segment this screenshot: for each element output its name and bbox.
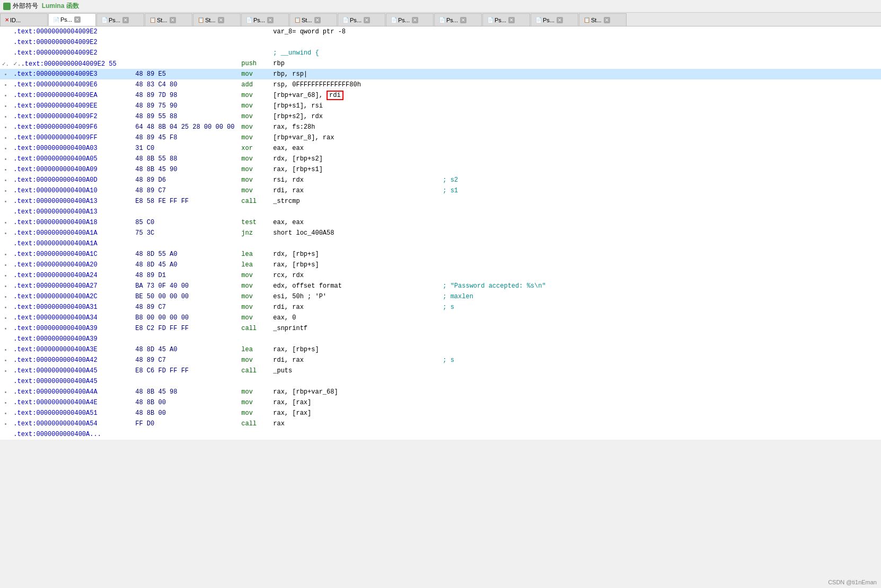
- row-operands: [271, 334, 440, 344]
- tab-ps5-close[interactable]: ✕: [412, 17, 418, 23]
- row-bullet: •: [0, 249, 11, 260]
- row-operands: rbp: [271, 58, 440, 69]
- row-addr: .text:0000000000400A1C: [11, 249, 133, 260]
- tab-ps8-icon: 📄: [535, 17, 542, 23]
- tab-ps6-close[interactable]: ✕: [460, 17, 466, 23]
- row-bullet: ✓.: [0, 58, 11, 69]
- row-operands: ; __unwind {: [271, 48, 440, 58]
- tab-ps7-close[interactable]: ✕: [508, 17, 515, 23]
- row-addr: .text:0000000000400A2C: [11, 291, 133, 302]
- row-comment: [440, 376, 881, 387]
- row-bullet: •: [0, 217, 11, 228]
- row-bytes: 48 89 45 F8: [133, 132, 239, 143]
- row-operands: rax, [rbp+s1]: [271, 164, 440, 175]
- row-bytes: [133, 429, 239, 440]
- tab-ps4[interactable]: 📄 Ps... ✕: [338, 13, 385, 26]
- row-bytes: B8 00 00 00 00: [133, 313, 239, 323]
- row-bullet: •: [0, 79, 11, 90]
- row-operands: eax, eax: [271, 217, 440, 228]
- tab-ps2-label: Ps...: [109, 17, 120, 23]
- row-addr: .text:0000000000400A20: [11, 260, 133, 270]
- row-addr: .text:0000000000400A45: [11, 366, 133, 376]
- row-operands: rax, fs:28h: [271, 122, 440, 132]
- row-operands: rdi, rax: [271, 185, 440, 196]
- row-addr: ✓..text:00000000004009E2 55: [11, 58, 133, 69]
- tab-ps8-close[interactable]: ✕: [557, 17, 563, 23]
- row-bytes: 48 8B 00: [133, 408, 239, 418]
- tab-bar: ✕ ID... 📄 Ps... ✕ 📄 Ps... ✕ 📋 St... ✕ 📋 …: [0, 13, 881, 26]
- tab-st3[interactable]: 📋 St... ✕: [289, 13, 337, 26]
- row-operands: [271, 238, 440, 249]
- row-mnem: [239, 37, 271, 48]
- row-bytes: 48 8D 45 A0: [133, 344, 239, 355]
- row-bullet: •: [0, 397, 11, 408]
- row-mnem: mov: [239, 291, 271, 302]
- tab-st1-label: St...: [157, 17, 168, 23]
- tab-ps5[interactable]: 📄 Ps... ✕: [386, 13, 434, 26]
- tab-st4-close[interactable]: ✕: [604, 17, 610, 23]
- tab-st3-close[interactable]: ✕: [314, 17, 321, 23]
- row-addr: .text:0000000000400A13: [11, 196, 133, 207]
- tab-st1[interactable]: 📋 St... ✕: [145, 13, 192, 26]
- row-comment: [440, 164, 881, 175]
- row-addr: .text:0000000000400A51: [11, 408, 133, 418]
- row-bytes: 75 3C: [133, 228, 239, 238]
- row-addr: .text:00000000004009F6: [11, 122, 133, 132]
- title-bar: 外部符号 Lumina 函数: [0, 0, 881, 13]
- tab-id-close-icon[interactable]: ✕: [5, 17, 9, 23]
- row-comment: [440, 217, 881, 228]
- row-comment: [440, 323, 881, 334]
- row-bullet: [0, 334, 11, 344]
- row-mnem: mov: [239, 175, 271, 185]
- row-bullet: •: [0, 196, 11, 207]
- row-bullet: [0, 207, 11, 217]
- tab-ps7[interactable]: 📄 Ps... ✕: [482, 13, 530, 26]
- tab-st2-close[interactable]: ✕: [218, 17, 224, 23]
- tab-st4-label: St...: [591, 17, 602, 23]
- row-addr: .text:0000000000400A1A: [11, 228, 133, 238]
- row-bullet: •: [0, 323, 11, 334]
- tab-st4[interactable]: 📋 St... ✕: [579, 13, 627, 26]
- row-bytes: 31 C0: [133, 143, 239, 154]
- row-operands: esi, 50h ; 'P': [271, 291, 440, 302]
- row-bytes: BE 50 00 00 00: [133, 291, 239, 302]
- row-comment: [440, 270, 881, 281]
- row-bullet: •: [0, 260, 11, 270]
- row-comment: [440, 249, 881, 260]
- tab-ps3[interactable]: 📄 Ps... ✕: [241, 13, 289, 26]
- row-operands: rax, [rax]: [271, 397, 440, 408]
- tab-id[interactable]: ✕ ID...: [0, 13, 48, 26]
- row-bytes: 48 8D 45 A0: [133, 260, 239, 270]
- disasm-view[interactable]: .text:00000000004009E2var_8= qword ptr -…: [0, 26, 881, 440]
- row-bytes: E8 C6 FD FF FF: [133, 366, 239, 376]
- tab-ps6-icon: 📄: [439, 17, 445, 23]
- tab-ps4-icon: 📄: [342, 17, 349, 23]
- row-mnem: mov: [239, 281, 271, 291]
- tab-ps1[interactable]: 📄 Ps... ✕: [48, 13, 96, 26]
- row-mnem: test: [239, 217, 271, 228]
- row-addr: .text:0000000000400A3E: [11, 344, 133, 355]
- tab-ps2[interactable]: 📄 Ps... ✕: [96, 13, 144, 26]
- row-mnem: call: [239, 323, 271, 334]
- row-mnem: xor: [239, 143, 271, 154]
- row-operands: _snprintf: [271, 323, 440, 334]
- row-addr: .text:00000000004009F2: [11, 111, 133, 122]
- row-comment: [440, 132, 881, 143]
- tab-ps1-close[interactable]: ✕: [74, 16, 81, 23]
- row-bytes: 48 8B 45 90: [133, 164, 239, 175]
- row-bullet: •: [0, 132, 11, 143]
- row-comment: [440, 334, 881, 344]
- tab-ps2-close[interactable]: ✕: [122, 17, 129, 23]
- tab-ps3-close[interactable]: ✕: [267, 17, 274, 23]
- row-operands: _strcmp: [271, 196, 440, 207]
- row-mnem: mov: [239, 185, 271, 196]
- tab-st2[interactable]: 📋 St... ✕: [193, 13, 241, 26]
- tab-ps4-close[interactable]: ✕: [364, 17, 370, 23]
- row-comment: [440, 101, 881, 111]
- tab-ps6[interactable]: 📄 Ps... ✕: [434, 13, 482, 26]
- tab-ps8[interactable]: 📄 Ps... ✕: [531, 13, 578, 26]
- row-bullet: •: [0, 355, 11, 366]
- tab-st1-close[interactable]: ✕: [170, 17, 176, 23]
- row-operands: rax, [rax]: [271, 408, 440, 418]
- row-comment: [440, 408, 881, 418]
